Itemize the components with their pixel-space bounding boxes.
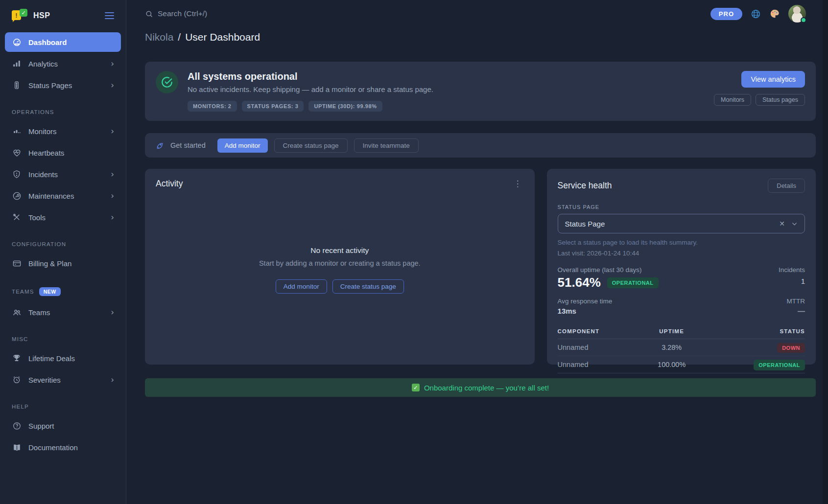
monitors-button[interactable]: Monitors — [714, 94, 751, 106]
breadcrumb: Nikola / User Dashboard — [145, 31, 816, 43]
create-status-page-button[interactable]: Create status page — [274, 138, 348, 153]
online-status-dot — [801, 17, 806, 23]
col-component: COMPONENT — [558, 324, 643, 339]
sidebar-section-help: HELP — [0, 390, 126, 415]
sidebar-item-label: Dashboard — [28, 38, 67, 46]
topbar: Search (Ctrl+/) PRO — [145, 0, 816, 27]
sidebar-item-dashboard[interactable]: Dashboard — [5, 32, 121, 52]
component-uptime: 3.28% — [643, 339, 700, 356]
hero-badges: MONITORS: 2 STATUS PAGES: 3 UPTIME (30D)… — [188, 101, 433, 112]
details-button[interactable]: Details — [768, 179, 805, 193]
sidebar-item-incidents[interactable]: Incidents › — [5, 164, 121, 184]
sidebar-item-status-pages[interactable]: Status Pages › — [5, 75, 121, 95]
search-placeholder: Search (Ctrl+/) — [158, 9, 207, 18]
add-monitor-button[interactable]: Add monitor — [217, 138, 268, 153]
check-icon: ✓ — [412, 384, 420, 391]
clear-selection-icon[interactable]: ✕ — [779, 220, 785, 228]
status-page-select-label: STATUS PAGE — [558, 204, 805, 210]
sidebar-item-analytics[interactable]: Analytics › — [5, 54, 121, 73]
rocket-icon — [156, 141, 164, 150]
table-row[interactable]: Unnamed 3.28% DOWN — [558, 339, 805, 356]
status-page-select-value: Status Page — [565, 220, 605, 228]
sidebar-item-label: Lifetime Deals — [28, 354, 75, 363]
breadcrumb-parent[interactable]: Nikola — [145, 31, 173, 43]
search-input[interactable]: Search (Ctrl+/) — [145, 9, 207, 18]
sidebar-item-documentation[interactable]: Documentation — [5, 437, 121, 457]
sidebar-section-operations: OPERATIONS — [0, 96, 126, 120]
empty-create-status-page-button[interactable]: Create status page — [332, 279, 404, 294]
chevron-down-icon[interactable] — [791, 221, 798, 227]
status-pages-count-badge: STATUS PAGES: 3 — [242, 101, 304, 112]
select-helper-text: Select a status page to load its health … — [558, 239, 805, 246]
palette-icon[interactable] — [769, 8, 780, 19]
mttr-value: — — [787, 307, 805, 315]
gauge-icon — [12, 37, 22, 47]
chevron-right-icon: › — [111, 170, 114, 179]
sidebar-item-billing[interactable]: Billing & Plan — [5, 253, 121, 273]
monitors-count-badge: MONITORS: 2 — [188, 101, 237, 112]
incidents-label: Incidents — [779, 266, 805, 274]
sidebar-item-tools[interactable]: Tools › — [5, 207, 121, 227]
activity-title: Activity — [156, 179, 524, 189]
empty-add-monitor-button[interactable]: Add monitor — [276, 279, 327, 294]
get-started-label: Get started — [170, 141, 206, 149]
view-analytics-button[interactable]: View analytics — [741, 71, 805, 88]
traffic-light-icon — [12, 80, 22, 90]
invite-teammate-button[interactable]: Invite teammate — [354, 138, 419, 153]
get-started-bar: Get started Add monitor Create status pa… — [145, 133, 816, 158]
hero-subtitle: No active incidents. Keep shipping — add… — [188, 85, 433, 93]
sidebar-section-misc: MISC — [0, 323, 126, 347]
chevron-right-icon: › — [111, 213, 114, 222]
sidebar-item-label: Status Pages — [28, 81, 72, 90]
operational-badge: OPERATIONAL — [607, 277, 659, 288]
pro-badge[interactable]: PRO — [710, 8, 742, 20]
cards-grid: Activity ⋮ No recent activity Start by a… — [145, 169, 816, 365]
breadcrumb-separator: / — [178, 31, 181, 43]
sidebar-item-lifetime-deals[interactable]: Lifetime Deals — [5, 348, 121, 368]
sidebar-section-teams: TEAMS NEW — [0, 274, 126, 301]
sidebar-item-label: Billing & Plan — [28, 259, 71, 268]
check-circle-icon — [156, 71, 178, 93]
mttr-label: MTTR — [787, 298, 805, 305]
status-badge: OPERATIONAL — [754, 360, 805, 370]
sidebar-item-label: Documentation — [28, 443, 78, 452]
scrollbar[interactable] — [823, 0, 828, 504]
col-status: STATUS — [700, 324, 805, 339]
sidebar-collapse-icon[interactable] — [103, 10, 116, 21]
sidebar-item-label: Tools — [28, 213, 46, 222]
chevron-right-icon: › — [111, 60, 114, 68]
last-visit-text: Last visit: 2026-01-24 10:44 — [558, 250, 805, 257]
hero-title: All systems operational — [188, 71, 433, 82]
status-pages-button[interactable]: Status pages — [756, 94, 805, 106]
new-badge: NEW — [39, 287, 61, 296]
sidebar-item-support[interactable]: Support — [5, 416, 121, 435]
chevron-right-icon: › — [111, 308, 114, 317]
sidebar-item-heartbeats[interactable]: Heartbeats — [5, 143, 121, 162]
chevron-right-icon: › — [111, 81, 114, 90]
topbar-actions: PRO — [710, 5, 806, 23]
hero-text: All systems operational No active incide… — [188, 71, 433, 112]
sidebar-item-maintenances[interactable]: Maintenances › — [5, 186, 121, 206]
tools-icon — [12, 212, 22, 222]
incidents-value: 1 — [779, 277, 805, 285]
component-name: Unnamed — [558, 339, 643, 356]
empty-state-subtitle: Start by adding a monitor or creating a … — [259, 259, 421, 267]
globe-icon[interactable] — [751, 9, 761, 19]
uptime-value: 51.64% — [558, 275, 601, 290]
user-avatar[interactable] — [788, 5, 806, 23]
component-uptime: 100.00% — [643, 356, 700, 373]
activity-card: Activity ⋮ No recent activity Start by a… — [145, 169, 535, 365]
hero-actions: View analytics Monitors Status pages — [714, 71, 805, 106]
sidebar-item-severities[interactable]: Severities › — [5, 370, 121, 389]
table-row[interactable]: Unnamed 100.00% OPERATIONAL — [558, 356, 805, 373]
sidebar-item-teams[interactable]: Teams › — [5, 302, 121, 322]
sidebar-item-monitors[interactable]: Monitors › — [5, 121, 121, 141]
kebab-menu-icon[interactable]: ⋮ — [511, 178, 525, 190]
status-page-select[interactable]: Status Page ✕ — [558, 214, 805, 233]
service-health-title: Service health — [558, 181, 612, 191]
logo-row: ! ✓ HSP — [0, 0, 126, 31]
sidebar-section-configuration: CONFIGURATION — [0, 228, 126, 252]
app-root: ! ✓ HSP Dashboard Analytics › Status Pag… — [0, 0, 828, 504]
app-logo-icon: ! ✓ — [12, 9, 27, 23]
components-table: COMPONENT UPTIME STATUS Unnamed 3.28% DO… — [558, 324, 805, 373]
